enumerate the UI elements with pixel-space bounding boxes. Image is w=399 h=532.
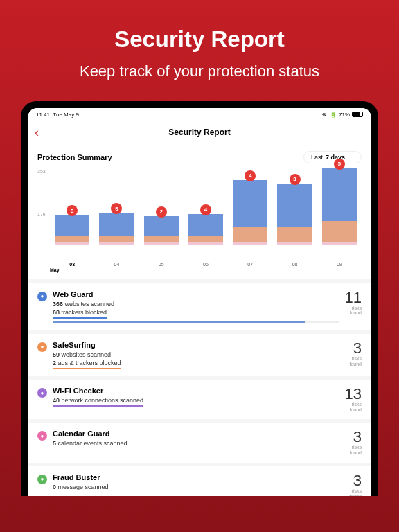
chart-badge: 3 <box>290 174 301 185</box>
y-axis-mid: 176 <box>37 211 46 216</box>
safesurfing-icon: ● <box>37 342 47 352</box>
screen: 11:41 Tue May 9 🔋 71% ‹ Security Report … <box>28 108 371 496</box>
hero-subtitle: Keep track of your protection status <box>14 61 385 82</box>
chart-bar[interactable]: 5 <box>317 168 361 245</box>
x-axis-label: 07 <box>229 262 272 267</box>
y-axis-top: 353 <box>37 169 46 174</box>
chart-bar[interactable]: 2 <box>139 216 183 245</box>
chart-badge: 4 <box>200 204 211 215</box>
risks-count: 13risksfound <box>345 387 362 412</box>
feature-stats: 59 websites scanned2 ads & trackers bloc… <box>53 351 344 369</box>
feature-stats: 5 calendar events scanned <box>53 439 344 448</box>
chart-bar[interactable]: 4 <box>229 180 272 245</box>
risks-count: 3risksfound <box>349 429 362 455</box>
risks-count: 11risksfound <box>345 290 362 316</box>
summary-chart[interactable]: 353 176 3524435 <box>37 169 362 259</box>
feature-fraud-buster[interactable]: ●Fraud Buster0 message scanned3risksfoun… <box>28 466 371 496</box>
feature-web-guard[interactable]: ●Web Guard368 websites scanned68 tracker… <box>28 283 371 330</box>
nav-bar: ‹ Security Report <box>28 121 371 144</box>
feature-stats: 368 websites scanned68 trackers blocked <box>53 300 339 319</box>
feature-safesurfing[interactable]: ●SafeSurfing59 websites scanned2 ads & t… <box>28 334 371 376</box>
tablet-frame: 11:41 Tue May 9 🔋 71% ‹ Security Report … <box>21 101 378 496</box>
page-title: Security Report <box>168 127 230 137</box>
x-axis-month: May <box>37 267 362 272</box>
chart-bar[interactable]: 3 <box>51 215 94 244</box>
chart-bar[interactable]: 4 <box>184 214 227 245</box>
x-axis-label: 06 <box>184 262 227 267</box>
chart-badge: 2 <box>156 206 167 218</box>
battery-percent: 71% <box>339 112 350 118</box>
features-list: ●Web Guard368 websites scanned68 tracker… <box>28 283 371 496</box>
chart-bar[interactable]: 5 <box>95 213 139 244</box>
status-left: 11:41 Tue May 9 <box>36 112 79 118</box>
progress-bar <box>53 321 339 323</box>
feature-wifi-checker[interactable]: ●Wi-Fi Checker40 network connections sca… <box>28 380 371 419</box>
feature-name: Web Guard <box>53 290 339 299</box>
web-guard-icon: ● <box>37 292 47 301</box>
back-button[interactable]: ‹ <box>35 125 39 140</box>
risks-count: 3risksfound <box>349 473 362 496</box>
risks-count: 3risksfound <box>349 341 362 366</box>
status-bar: 11:41 Tue May 9 🔋 71% <box>28 108 371 121</box>
feature-calendar-guard[interactable]: ●Calendar Guard5 calendar events scanned… <box>28 423 371 462</box>
feature-stats: 40 network connections scanned <box>53 396 339 407</box>
status-right: 🔋 71% <box>321 112 363 118</box>
hero-section: Security Report Keep track of your prote… <box>0 0 399 101</box>
calendar-guard-icon: ● <box>37 431 47 441</box>
feature-name: SafeSurfing <box>53 341 344 349</box>
summary-title: Protection Summary <box>37 153 112 161</box>
x-axis-label: 08 <box>273 262 317 267</box>
date-range-selector[interactable]: Last 7 days ⋮ <box>303 151 362 163</box>
battery-bar-icon <box>352 112 363 117</box>
feature-stats: 0 message scanned <box>53 483 344 492</box>
hero-title: Security Report <box>14 26 385 53</box>
wifi-checker-icon: ● <box>37 388 47 398</box>
x-axis-label: 05 <box>139 262 183 267</box>
feature-name: Wi-Fi Checker <box>53 387 339 395</box>
chart-badge: 5 <box>334 159 345 170</box>
fraud-buster-icon: ● <box>37 475 47 484</box>
feature-name: Calendar Guard <box>53 429 344 438</box>
wifi-icon <box>321 112 328 117</box>
x-axis-label: 04 <box>95 262 139 267</box>
battery-icon: 🔋 <box>330 112 337 118</box>
chart-bar[interactable]: 3 <box>273 184 317 245</box>
feature-name: Fraud Buster <box>53 473 344 481</box>
x-axis-label: 09 <box>317 262 361 267</box>
more-icon: ⋮ <box>348 154 354 161</box>
protection-summary-card: Protection Summary Last 7 days ⋮ 353 176… <box>28 144 371 279</box>
x-axis-label: 03 <box>51 262 94 267</box>
